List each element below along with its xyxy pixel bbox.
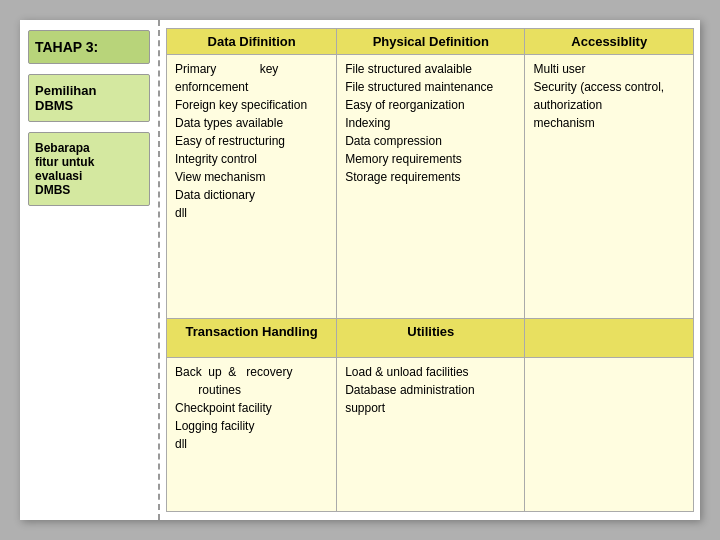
main-content: Data Difinition Physical Definition Acce… (160, 20, 700, 520)
header-col2: Physical Definition (337, 29, 525, 55)
section2-col1-header: Transaction Handling (167, 318, 337, 358)
bebarapa-line2: fitur untuk (35, 155, 143, 169)
bebarapa-line3: evaluasi (35, 169, 143, 183)
section2-header-row: Transaction Handling Utilities (167, 318, 694, 358)
section2-col2-header: Utilities (337, 318, 525, 358)
slide: TAHAP 3: Pemilihan DBMS Bebarapa fitur u… (20, 20, 700, 520)
pemilihan-line2: DBMS (35, 98, 143, 113)
table-row-2: Back up & recovery routines Checkpoint f… (167, 358, 694, 512)
tahap-box: TAHAP 3: (28, 30, 150, 64)
row2-col3 (525, 358, 694, 512)
row1-col2-text: File structured avalaible File structure… (345, 60, 516, 186)
bebarapa-line1: Bebarapa (35, 141, 143, 155)
bebarapa-line4: DMBS (35, 183, 143, 197)
tahap-label: TAHAP 3: (35, 39, 98, 55)
row1-col1: Primary key enforncement Foreign key spe… (167, 55, 337, 319)
main-table: Data Difinition Physical Definition Acce… (166, 28, 694, 512)
row1-col1-text: Primary key enforncement Foreign key spe… (175, 60, 328, 222)
section2-col3-header (525, 318, 694, 358)
row2-col2-text: Load & unload facilities Database admini… (345, 363, 516, 417)
bebarapa-box: Bebarapa fitur untuk evaluasi DMBS (28, 132, 150, 206)
header-col1: Data Difinition (167, 29, 337, 55)
row1-col2: File structured avalaible File structure… (337, 55, 525, 319)
row2-col1: Back up & recovery routines Checkpoint f… (167, 358, 337, 512)
pemilihan-line1: Pemilihan (35, 83, 143, 98)
pemilihan-box: Pemilihan DBMS (28, 74, 150, 122)
sidebar: TAHAP 3: Pemilihan DBMS Bebarapa fitur u… (20, 20, 160, 520)
header-col3: Accessiblity (525, 29, 694, 55)
table-row-1: Primary key enforncement Foreign key spe… (167, 55, 694, 319)
page-container: TAHAP 3: Pemilihan DBMS Bebarapa fitur u… (0, 0, 720, 540)
row2-col1-text: Back up & recovery routines Checkpoint f… (175, 363, 328, 453)
row1-col3: Multi user Security (access control, aut… (525, 55, 694, 319)
row2-col2: Load & unload facilities Database admini… (337, 358, 525, 512)
row1-col3-text: Multi user Security (access control, aut… (533, 60, 685, 132)
